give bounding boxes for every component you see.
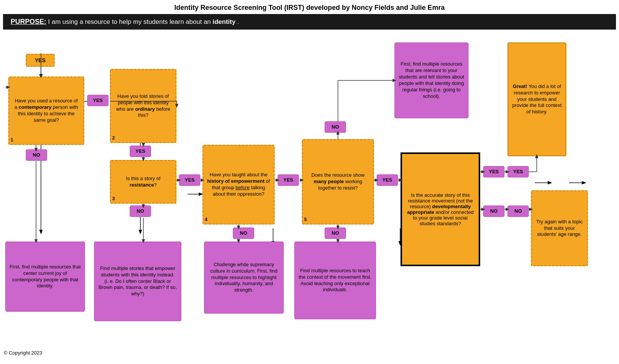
r6-box: Great! You did a lot of research to empo… (507, 42, 566, 156)
identity-word: identity (213, 18, 236, 25)
r5-box: First, find multiple resources that are … (394, 42, 468, 118)
q4-badge: 4 (205, 217, 207, 223)
q4-box: Have you taught about the history of emp… (203, 145, 275, 224)
purpose-label: PURPOSE: (11, 18, 46, 25)
purpose-bar: PURPOSE: I am using a resource to help m… (3, 14, 616, 30)
q3-box: Is this a story of resistance? 3 (110, 160, 176, 204)
yes-q6-result: YES (507, 166, 529, 177)
yes-q3: YES (179, 174, 200, 186)
yes-top: YES (26, 54, 55, 67)
r1-box: First, find multiple resources that cent… (5, 242, 85, 312)
r2-box: Find multiple stories that empower stude… (94, 242, 181, 321)
no-q6: NO (483, 206, 504, 217)
q1-box: Have you used a resource of a contempora… (8, 77, 84, 145)
main-title: Identity Resource Screening Tool (IRST) … (0, 0, 619, 14)
no-q6-result: NO (507, 206, 529, 217)
no-q1: NO (26, 149, 47, 161)
q5-box: Does the resource show many people worki… (302, 139, 374, 224)
no-q2: NO (130, 206, 151, 217)
copyright: © Copyright 2023 (4, 350, 42, 356)
q2-box: Have you told stories of people with thi… (110, 69, 176, 143)
no-q5-up: NO (325, 121, 346, 133)
no-q5: NO (325, 228, 346, 239)
yes-q5: YES (377, 174, 398, 186)
purpose-suffix: . (237, 18, 239, 25)
no-q4: NO (233, 228, 254, 239)
yes-q4: YES (278, 174, 299, 186)
r3-box: Challenge white supremacy culture in cur… (204, 242, 284, 314)
flowchart-area: YES Have you used a resource of a contem… (0, 31, 619, 357)
r7-box: Try again with a topic that suits your s… (531, 190, 588, 266)
q5-badge: 5 (304, 217, 307, 223)
q6-box: Is the accurate story of this resistance… (401, 152, 480, 266)
q2-badge: 2 (112, 135, 115, 141)
yes-q2: YES (130, 146, 151, 157)
purpose-text: I am using a resource to help my student… (48, 18, 213, 25)
yes-q6: YES (483, 166, 504, 177)
yes-q1-right: YES (87, 95, 108, 106)
q3-badge: 3 (112, 196, 115, 202)
q1-badge: 1 (11, 137, 13, 143)
r4-box: Find multiple resources to teach the con… (294, 242, 376, 319)
